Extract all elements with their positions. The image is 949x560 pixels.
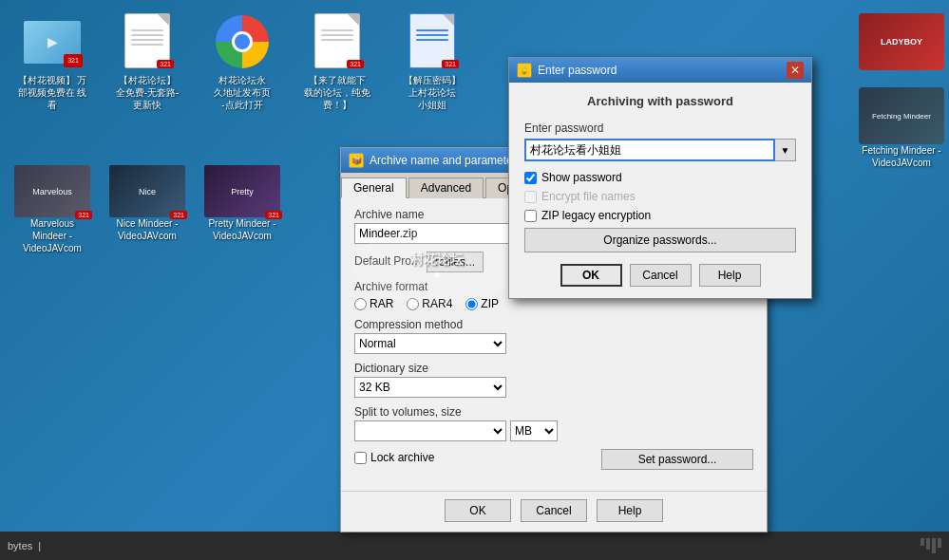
encrypt-file-names-row[interactable]: Encrypt file names [524, 190, 796, 203]
compression-method-row: Compression method Normal [354, 318, 753, 354]
set-password-button[interactable]: Set password... [601, 449, 753, 470]
desktop-icon-marvelous[interactable]: Marvelous 321 Marvelous Mindeer - VideoJ… [9, 161, 95, 258]
password-input-row: ▼ [524, 139, 796, 161]
desktop-icons-right: LADYBOY Fetching Mindeer Fetching Mindee… [845, 0, 949, 182]
lock-archive-label: Lock archive [370, 451, 434, 464]
compression-method-label: Compression method [354, 318, 753, 331]
radio-rar4-label: RAR4 [422, 297, 452, 310]
encrypt-file-names-label: Encrypt file names [541, 190, 636, 203]
password-dialog-heading: Archiving with password [524, 94, 796, 108]
split-volumes-inputs: MB [354, 420, 753, 441]
desktop-icon-pretty[interactable]: Pretty 321 Pretty Mindeer - VideoJAVcom [199, 161, 285, 258]
village-video-thumbnail: 321 [24, 21, 81, 64]
password-dropdown-button[interactable]: ▼ [775, 139, 796, 161]
taskbar-bar3 [932, 538, 936, 553]
desktop-icons-row2: Marvelous 321 Marvelous Mindeer - VideoJ… [0, 161, 294, 258]
zip-legacy-label: ZIP legacy encryption [541, 209, 651, 222]
password-input[interactable] [524, 139, 775, 161]
dictionary-size-row: Dictionary size 32 KB [354, 362, 753, 398]
show-password-checkbox[interactable] [524, 172, 537, 184]
fetching-thumbnail: Fetching Mindeer [859, 87, 944, 144]
split-unit-select[interactable]: MB [510, 420, 558, 441]
marvelous-thumbnail: Marvelous 321 [14, 165, 90, 217]
desktop-icon-village-forum1[interactable]: 321 【村花论坛】全免费-无套路-更新快 [104, 9, 190, 115]
password-cancel-button[interactable]: Cancel [630, 264, 692, 287]
dictionary-size-label: Dictionary size [354, 362, 753, 375]
profiles-button[interactable]: rofiles... [427, 252, 484, 272]
password-help-button[interactable]: Help [699, 264, 761, 287]
marvelous-label: Marvelous Mindeer - VideoJAVcom [13, 217, 91, 254]
nice-label: Nice Mindeer - VideoJAVcom [108, 217, 186, 242]
password-dialog-title-icon: 🔒 [517, 63, 532, 78]
radio-zip[interactable]: ZIP [465, 297, 499, 310]
password-ok-button[interactable]: OK [560, 264, 622, 287]
archive-dialog-title: Archive name and parameter... [370, 154, 525, 167]
ladyboy-thumbnail: LADYBOY [859, 13, 944, 70]
archive-cancel-button[interactable]: Cancel [521, 499, 587, 522]
radio-rar4-input[interactable] [407, 298, 419, 310]
password-enter-label: Enter password [524, 121, 796, 135]
zip-legacy-row[interactable]: ZIP legacy encryption [524, 209, 796, 222]
radio-rar-label: RAR [370, 297, 393, 310]
password-dialog-titlebar: 🔒 Enter password ✕ [509, 58, 811, 83]
video-badge: 321 [64, 54, 83, 67]
taskbar-separator: | [38, 540, 41, 551]
desktop: 321 【村花视频】 万部视频免费在 线看 321 【村花论坛】全免费-无套路-… [0, 0, 949, 560]
nice-thumbnail: Nice 321 [109, 165, 185, 217]
archive-help-button[interactable]: Help [597, 499, 663, 522]
taskbar-right [921, 538, 941, 553]
password-dialog: 🔒 Enter password ✕ Archiving with passwo… [508, 57, 812, 299]
desktop-icon-chrome[interactable]: 村花论坛永久地址发布页-点此打开 [199, 9, 285, 115]
show-password-row[interactable]: Show password [524, 171, 796, 184]
taskbar-status: bytes [8, 540, 32, 551]
pretty-thumbnail: Pretty 321 [204, 165, 280, 217]
password-dialog-close-button[interactable]: ✕ [787, 62, 804, 79]
dictionary-size-select[interactable]: 32 KB [354, 377, 506, 398]
pretty-label: Pretty Mindeer - VideoJAVcom [203, 217, 281, 242]
taskbar-bars [921, 538, 941, 553]
radio-rar4[interactable]: RAR4 [407, 297, 452, 310]
desktop-icon-unzip[interactable]: 321 【解压密码】上村花论坛小姐姐 [389, 9, 475, 115]
taskbar: bytes | [0, 532, 949, 560]
lock-archive-row: Lock archive Set password... [354, 449, 753, 470]
village-video-label: 【村花视频】 万部视频免费在 线看 [13, 74, 91, 111]
archive-ok-button[interactable]: OK [445, 499, 511, 522]
split-volumes-select[interactable] [354, 420, 506, 441]
radio-rar-input[interactable] [354, 298, 367, 310]
encrypt-file-names-checkbox[interactable] [524, 191, 537, 203]
split-volumes-row: Split to volumes, size MB [354, 405, 753, 441]
taskbar-bar4 [938, 538, 941, 548]
show-password-label: Show password [541, 171, 622, 184]
radio-zip-label: ZIP [481, 297, 499, 310]
split-volumes-label: Split to volumes, size [354, 405, 753, 419]
zip-legacy-checkbox[interactable] [524, 210, 537, 222]
desktop-icon-ladyboy[interactable]: LADYBOY [854, 9, 949, 74]
password-dialog-content: Archiving with password Enter password ▼… [509, 83, 811, 298]
taskbar-bar2 [926, 538, 930, 550]
village-forum2-label: 【来了就能下载的论坛，纯免费！】 [304, 74, 370, 111]
radio-rar[interactable]: RAR [354, 297, 393, 310]
desktop-icon-fetching[interactable]: Fetching Mindeer Fetching Mindeer - Vide… [854, 84, 949, 173]
desktop-icon-village-video[interactable]: 321 【村花视频】 万部视频免费在 线看 [9, 9, 95, 115]
tab-general[interactable]: General [341, 177, 407, 198]
archive-format-radio-group: RAR RAR4 ZIP [354, 297, 753, 310]
unzip-label: 【解压密码】上村花论坛小姐姐 [404, 74, 461, 111]
lock-archive-checkbox[interactable] [354, 452, 367, 464]
tab-advanced[interactable]: Advanced [408, 177, 484, 198]
lock-archive-checkbox-label[interactable]: Lock archive [354, 451, 434, 464]
radio-zip-input[interactable] [465, 298, 478, 310]
village-forum1-label: 【村花论坛】全免费-无套路-更新快 [116, 74, 180, 111]
archive-dialog-bottom-buttons: OK Cancel Help [341, 491, 767, 532]
chrome-label: 村花论坛永久地址发布页-点此打开 [214, 74, 271, 111]
password-dialog-bottom-buttons: OK Cancel Help [524, 264, 796, 287]
desktop-icon-village-forum2[interactable]: 321 【来了就能下载的论坛，纯免费！】 [294, 9, 380, 115]
default-profile-label: Default Pro... [354, 254, 421, 268]
compression-method-select[interactable]: Normal [354, 333, 506, 354]
desktop-icon-nice[interactable]: Nice 321 Nice Mindeer - VideoJAVcom [104, 161, 190, 258]
organize-passwords-button[interactable]: Organize passwords... [524, 228, 796, 252]
archive-dialog-title-icon: 📦 [349, 153, 364, 168]
fetching-label: Fetching Mindeer - VideoJAVcom [858, 144, 945, 169]
chrome-icon [216, 15, 269, 68]
taskbar-bar1 [921, 538, 924, 546]
password-dialog-title: Enter password [538, 64, 617, 77]
